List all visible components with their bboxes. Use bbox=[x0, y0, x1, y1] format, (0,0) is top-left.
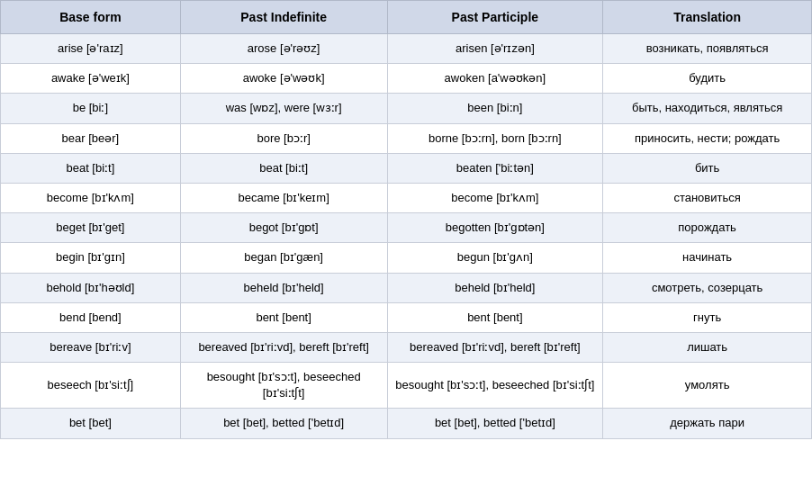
table-row: bend [bend]bent [bent]bent [bent]гнуть bbox=[1, 302, 812, 332]
cell-past_indef: bore [bɔːr] bbox=[180, 123, 387, 153]
cell-translation: бить bbox=[603, 153, 812, 183]
cell-past_indef: begot [bɪ'gɒt] bbox=[180, 213, 387, 243]
cell-base: beseech [bɪ'siːtʃ] bbox=[1, 363, 181, 409]
cell-base: beat [biːt] bbox=[1, 153, 181, 183]
cell-past_part: been [biːn] bbox=[387, 94, 603, 123]
table-row: be [biː]was [wɒz], were [wɜːr]been [biːn… bbox=[1, 94, 812, 123]
cell-base: bend [bend] bbox=[1, 302, 181, 332]
cell-translation: становиться bbox=[603, 183, 812, 212]
cell-base: awake [ə'weɪk] bbox=[1, 64, 181, 94]
cell-base: become [bɪ'kʌm] bbox=[1, 183, 181, 212]
cell-base: bear [beər] bbox=[1, 123, 181, 153]
cell-translation: смотреть, созерцать bbox=[603, 273, 812, 302]
cell-translation: приносить, нести; рождать bbox=[603, 123, 812, 153]
table-row: bet [bet]bet [bet], betted ['betɪd]bet [… bbox=[1, 409, 812, 438]
cell-past_part: bent [bent] bbox=[387, 302, 603, 332]
cell-translation: умолять bbox=[603, 363, 812, 409]
cell-base: bet [bet] bbox=[1, 409, 181, 438]
cell-past_part: begotten [bɪ'gɒtən] bbox=[387, 213, 603, 243]
cell-past_indef: awoke [ə'wəʊk] bbox=[180, 64, 387, 94]
cell-past_part: arisen [ə'rɪzən] bbox=[387, 34, 603, 64]
cell-translation: держать пари bbox=[603, 409, 812, 438]
irregular-verbs-table: Base form Past Indefinite Past Participl… bbox=[0, 0, 812, 439]
cell-translation: порождать bbox=[603, 213, 812, 243]
cell-translation: возникать, появляться bbox=[603, 34, 812, 64]
cell-past_indef: bereaved [bɪ'riːvd], bereft [bɪ'reft] bbox=[180, 332, 387, 362]
cell-base: bereave [bɪ'riːv] bbox=[1, 332, 181, 362]
table-row: beseech [bɪ'siːtʃ]besought [bɪ'sɔːt], be… bbox=[1, 363, 812, 409]
table-row: beget [bɪ'get]begot [bɪ'gɒt]begotten [bɪ… bbox=[1, 213, 812, 243]
table-row: begin [bɪ'gɪn]began [bɪ'gæn]begun [bɪ'gʌ… bbox=[1, 243, 812, 273]
cell-base: behold [bɪ'həʊld] bbox=[1, 273, 181, 302]
cell-past_part: begun [bɪ'gʌn] bbox=[387, 243, 603, 273]
cell-past_part: besought [bɪ'sɔːt], beseeched [bɪ'siːtʃt… bbox=[387, 363, 603, 409]
table-row: beat [biːt]beat [biːt]beaten ['biːtən]би… bbox=[1, 153, 812, 183]
cell-translation: лишать bbox=[603, 332, 812, 362]
cell-past_indef: besought [bɪ'sɔːt], beseeched [bɪ'siːtʃt… bbox=[180, 363, 387, 409]
table-row: bereave [bɪ'riːv]bereaved [bɪ'riːvd], be… bbox=[1, 332, 812, 362]
cell-base: be [biː] bbox=[1, 94, 181, 123]
cell-past_part: borne [bɔːrn], born [bɔːrn] bbox=[387, 123, 603, 153]
cell-past_part: beaten ['biːtən] bbox=[387, 153, 603, 183]
cell-base: begin [bɪ'gɪn] bbox=[1, 243, 181, 273]
cell-past_indef: was [wɒz], were [wɜːr] bbox=[180, 94, 387, 123]
cell-past_indef: bent [bent] bbox=[180, 302, 387, 332]
cell-past_indef: beat [biːt] bbox=[180, 153, 387, 183]
table-row: behold [bɪ'həʊld]beheld [bɪ'held]beheld … bbox=[1, 273, 812, 302]
header-translation: Translation bbox=[603, 1, 812, 34]
cell-translation: начинать bbox=[603, 243, 812, 273]
table-row: become [bɪ'kʌm]became [bɪ'keɪm]become [b… bbox=[1, 183, 812, 212]
cell-past_part: awoken [a'wəʊkən] bbox=[387, 64, 603, 94]
cell-past_indef: beheld [bɪ'held] bbox=[180, 273, 387, 302]
cell-past_indef: began [bɪ'gæn] bbox=[180, 243, 387, 273]
header-past-indefinite: Past Indefinite bbox=[180, 1, 387, 34]
table-row: awake [ə'weɪk]awoke [ə'wəʊk]awoken [a'wə… bbox=[1, 64, 812, 94]
cell-base: arise [ə'raɪz] bbox=[1, 34, 181, 64]
table-row: bear [beər]bore [bɔːr]borne [bɔːrn], bor… bbox=[1, 123, 812, 153]
cell-past_indef: arose [ə'rəʊz] bbox=[180, 34, 387, 64]
cell-past_indef: became [bɪ'keɪm] bbox=[180, 183, 387, 212]
cell-past_indef: bet [bet], betted ['betɪd] bbox=[180, 409, 387, 438]
cell-past_part: bet [bet], betted ['betɪd] bbox=[387, 409, 603, 438]
header-past-participle: Past Participle bbox=[387, 1, 603, 34]
cell-translation: будить bbox=[603, 64, 812, 94]
cell-base: beget [bɪ'get] bbox=[1, 213, 181, 243]
header-base-form: Base form bbox=[1, 1, 181, 34]
cell-translation: быть, находиться, являться bbox=[603, 94, 812, 123]
cell-past_part: bereaved [bɪ'riːvd], bereft [bɪ'reft] bbox=[387, 332, 603, 362]
cell-past_part: become [bɪ'kʌm] bbox=[387, 183, 603, 212]
cell-past_part: beheld [bɪ'held] bbox=[387, 273, 603, 302]
table-row: arise [ə'raɪz]arose [ə'rəʊz]arisen [ə'rɪ… bbox=[1, 34, 812, 64]
cell-translation: гнуть bbox=[603, 302, 812, 332]
